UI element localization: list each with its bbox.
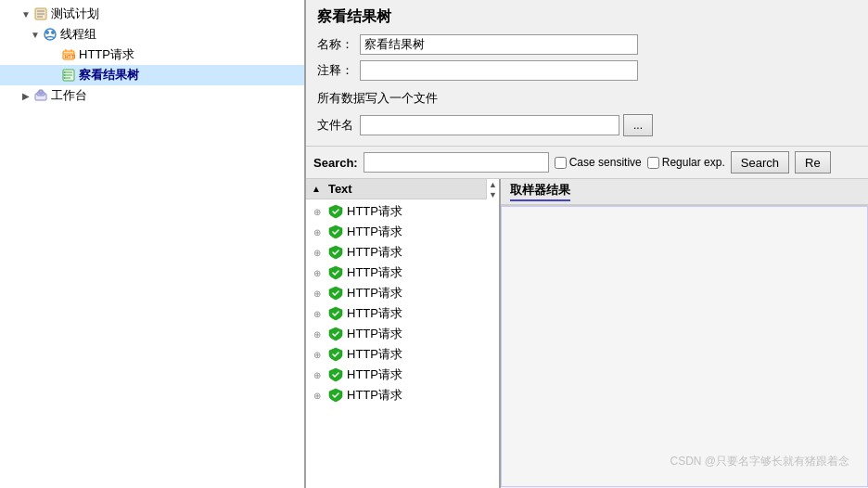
tree-item-http-request[interactable]: ▶ HTTP HTTP请求 xyxy=(0,45,304,65)
scroll-down[interactable]: ▼ xyxy=(487,189,499,199)
result-label: HTTP请求 xyxy=(347,346,402,363)
result-label: HTTP请求 xyxy=(347,387,402,404)
shield-icon xyxy=(328,367,343,382)
svg-point-5 xyxy=(45,31,49,34)
reset-button[interactable]: Re xyxy=(795,151,831,173)
sampler-results-tab[interactable]: 取样器结果 xyxy=(510,182,570,201)
result-label: HTTP请求 xyxy=(347,326,402,342)
name-label: 名称： xyxy=(317,36,354,53)
key-icon: ⊕ xyxy=(313,207,325,217)
regular-exp-label: Regular exp. xyxy=(662,156,725,169)
results-list: ⊕ HTTP请求 ⊕ HTTP请求 xyxy=(306,199,499,407)
browse-button[interactable]: ... xyxy=(623,114,653,136)
result-item[interactable]: ⊕ HTTP请求 xyxy=(306,324,499,344)
regular-exp-checkbox[interactable] xyxy=(647,157,659,169)
search-button[interactable]: Search xyxy=(731,151,789,173)
result-label: HTTP请求 xyxy=(347,305,402,322)
workbench-icon xyxy=(33,88,48,103)
search-input[interactable] xyxy=(364,152,549,173)
key-icon: ⊕ xyxy=(313,329,325,340)
result-item[interactable]: ⊕ HTTP请求 xyxy=(306,242,499,263)
result-item[interactable]: ⊕ HTTP请求 xyxy=(306,222,499,242)
regular-exp-option[interactable]: Regular exp. xyxy=(647,156,725,169)
shield-icon xyxy=(328,388,343,403)
result-label: HTTP请求 xyxy=(347,264,402,281)
name-input[interactable] xyxy=(360,34,638,55)
result-item[interactable]: ⊕ HTTP请求 xyxy=(306,201,499,222)
shield-icon xyxy=(328,286,343,301)
column-scroll[interactable]: ▲ ▼ xyxy=(486,179,499,199)
shield-icon xyxy=(328,265,343,280)
result-item[interactable]: ⊕ HTTP请求 xyxy=(306,303,499,324)
column-dropdown-arrow[interactable]: ▲ xyxy=(312,184,321,194)
result-item[interactable]: ⊕ HTTP请求 xyxy=(306,365,499,385)
comment-row: 注释： xyxy=(317,60,857,81)
shield-icon xyxy=(328,347,343,362)
svg-rect-15 xyxy=(39,90,43,94)
result-tree-icon xyxy=(61,68,76,83)
shield-icon xyxy=(328,225,343,239)
comment-input[interactable] xyxy=(360,60,638,81)
key-icon: ⊕ xyxy=(313,309,325,319)
http-icon: HTTP xyxy=(61,47,76,62)
filename-input[interactable] xyxy=(360,115,619,135)
svg-point-12 xyxy=(64,77,66,79)
workbench-label: 工作台 xyxy=(51,87,87,104)
tree-panel: ▼ 测试计划 ▼ 线程组 xyxy=(0,0,306,488)
name-row: 名称： xyxy=(317,34,857,55)
key-icon: ⊕ xyxy=(313,350,325,360)
result-item[interactable]: ⊕ HTTP请求 xyxy=(306,344,499,365)
result-tree-label: 察看结果树 xyxy=(79,67,139,83)
result-item[interactable]: ⊕ HTTP请求 xyxy=(306,385,499,405)
column-header: ▲ Text ▲ ▼ xyxy=(306,179,499,199)
page-title: 察看结果树 xyxy=(317,7,857,27)
http-request-label: HTTP请求 xyxy=(79,46,134,63)
all-data-text: 所有数据写入一个文件 xyxy=(317,90,438,107)
tree-item-workbench[interactable]: ▶ 工作台 xyxy=(0,85,304,106)
svg-point-6 xyxy=(51,31,55,34)
expand-plan[interactable]: ▼ xyxy=(19,6,33,21)
search-bar: Search: Case sensitive Regular exp. Sear… xyxy=(306,147,868,179)
key-icon: ⊕ xyxy=(313,248,325,258)
shield-icon xyxy=(328,327,343,341)
all-data-row: 所有数据写入一个文件 xyxy=(317,86,857,110)
result-label: HTTP请求 xyxy=(347,224,402,240)
tree-item-thread-group[interactable]: ▼ 线程组 xyxy=(0,24,304,45)
filename-label: 文件名 xyxy=(317,117,354,134)
shield-icon xyxy=(328,306,343,321)
tree-item-plan[interactable]: ▼ 测试计划 xyxy=(0,4,304,24)
svg-point-10 xyxy=(64,71,66,73)
results-list-panel: ▲ Text ▲ ▼ ⊕ xyxy=(306,179,501,488)
case-sensitive-checkbox[interactable] xyxy=(555,157,567,169)
case-sensitive-option[interactable]: Case sensitive xyxy=(555,156,642,169)
file-row: 文件名 ... xyxy=(317,114,857,136)
key-icon: ⊕ xyxy=(313,268,325,278)
result-label: HTTP请求 xyxy=(347,285,402,302)
result-label: HTTP请求 xyxy=(347,244,402,261)
plan-label: 测试计划 xyxy=(51,6,99,22)
key-icon: ⊕ xyxy=(313,227,325,238)
shield-icon xyxy=(328,245,343,260)
expand-thread-group[interactable]: ▼ xyxy=(28,27,43,42)
thread-group-label: 线程组 xyxy=(60,26,96,43)
scroll-up[interactable]: ▲ xyxy=(487,179,499,189)
results-detail-header: 取样器结果 xyxy=(501,179,868,206)
case-sensitive-label: Case sensitive xyxy=(569,156,642,169)
comment-label: 注释： xyxy=(317,62,354,79)
result-label: HTTP请求 xyxy=(347,203,402,220)
form-header: 察看结果树 名称： 注释： 所有数据写入一个文件 文件名 ... xyxy=(306,0,868,147)
result-item[interactable]: ⊕ HTTP请求 xyxy=(306,263,499,283)
expand-workbench[interactable]: ▶ xyxy=(19,88,33,103)
svg-text:HTTP: HTTP xyxy=(65,54,75,59)
shield-icon xyxy=(328,204,343,219)
svg-point-11 xyxy=(64,74,66,76)
column-header-text: ▲ Text xyxy=(306,179,486,199)
results-detail-content xyxy=(501,206,868,487)
result-item[interactable]: ⊕ HTTP请求 xyxy=(306,283,499,303)
thread-group-icon xyxy=(43,27,57,42)
key-icon: ⊕ xyxy=(313,289,325,299)
result-label: HTTP请求 xyxy=(347,366,402,383)
right-panel: 察看结果树 名称： 注释： 所有数据写入一个文件 文件名 ... Search: xyxy=(306,0,868,488)
text-column-label: Text xyxy=(328,182,352,196)
tree-item-result-tree[interactable]: ▶ 察看结果树 xyxy=(0,65,304,85)
